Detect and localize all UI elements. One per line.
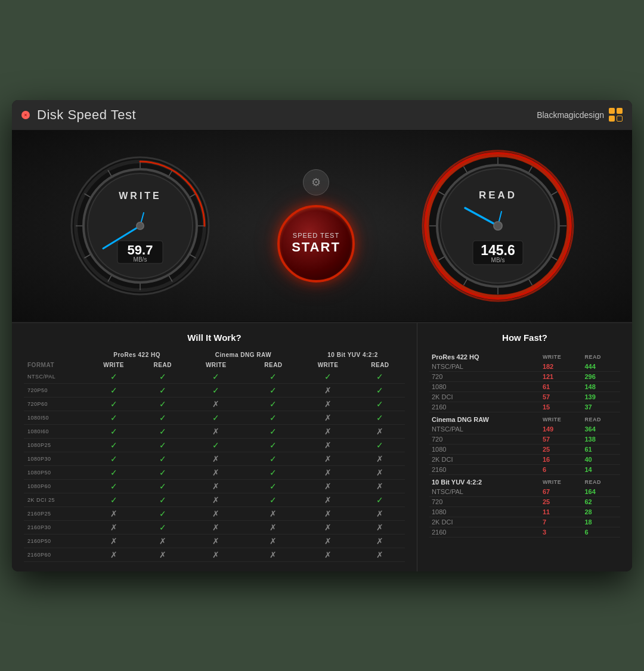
read-value: 62: [582, 496, 620, 507]
cross-icon: ✗: [324, 536, 332, 546]
check-cell: ✓: [246, 397, 301, 411]
svg-text:145.6: 145.6: [481, 243, 515, 258]
table-row: 720p50✓✓✓✓✗✓: [24, 383, 405, 397]
fast-data-row: 2K DCI 7 18: [429, 517, 620, 527]
cross-icon: ✗: [212, 454, 219, 464]
fast-data-row: 2160 15 37: [429, 402, 620, 412]
resolution-label: NTSC/PAL: [429, 487, 540, 497]
check-icon: ✓: [270, 440, 277, 450]
fast-data-row: 2K DCI 57 139: [429, 392, 620, 402]
check-cell: ✗: [355, 520, 405, 534]
fast-data-row: 720 121 296: [429, 371, 620, 381]
check-cell: ✓: [140, 397, 186, 411]
check-icon: ✓: [376, 372, 383, 381]
read-value: 40: [582, 454, 620, 464]
write-gauge-svg: WRITE 59.7 MB/s: [69, 154, 212, 297]
check-cell: ✗: [301, 424, 355, 438]
cross-icon: ✗: [159, 550, 166, 560]
check-cell: ✓: [88, 479, 139, 493]
fast-data-row: 1080 11 28: [429, 507, 620, 517]
cross-icon: ✗: [324, 386, 332, 395]
check-icon: ✓: [376, 440, 383, 450]
dng-read-header: READ: [246, 360, 301, 370]
write-value: 67: [540, 487, 583, 497]
check-cell: ✓: [88, 452, 139, 465]
yuv-read-header: READ: [355, 360, 405, 370]
check-cell: ✓: [140, 411, 186, 424]
close-button[interactable]: ×: [21, 111, 30, 119]
check-cell: ✗: [301, 411, 355, 424]
read-value: 6: [582, 527, 620, 537]
svg-text:MB/s: MB/s: [491, 257, 505, 263]
settings-button[interactable]: ⚙: [303, 169, 329, 195]
cross-icon: ✗: [324, 481, 332, 491]
cross-icon: ✗: [324, 413, 332, 423]
check-cell: ✗: [186, 397, 246, 411]
group-name: Cinema DNG RAW: [429, 412, 540, 424]
cross-icon: ✗: [212, 399, 219, 409]
brand-dot-4: [617, 116, 623, 122]
check-cell: ✗: [301, 383, 355, 397]
write-value: 121: [540, 371, 583, 381]
resolution-label: 2160: [429, 402, 540, 412]
write-gauge: WRITE 59.7 MB/s: [69, 154, 212, 297]
check-cell: ✓: [246, 465, 301, 479]
check-icon: ✓: [110, 468, 117, 477]
fast-data-row: 1080 25 61: [429, 444, 620, 454]
check-icon: ✓: [376, 386, 383, 395]
group-name: ProRes 422 HQ: [429, 350, 540, 362]
write-value: 15: [540, 402, 583, 412]
format-header: [24, 350, 88, 360]
check-icon: ✓: [159, 399, 166, 409]
table-row: 720p60✓✓✗✓✗✓: [24, 397, 405, 411]
check-icon: ✓: [270, 481, 277, 491]
resolution-label: 2K DCI: [429, 392, 540, 402]
speed-test-label: SPEED TEST: [293, 232, 339, 240]
cross-icon: ✗: [376, 523, 383, 532]
cross-icon: ✗: [212, 509, 219, 518]
brand-dot-2: [617, 108, 623, 114]
check-cell: ✓: [88, 465, 139, 479]
brand-dot-1: [609, 108, 615, 114]
cross-icon: ✗: [324, 454, 332, 464]
group-header-row: ProRes 422 HQWRITEREAD: [429, 350, 620, 362]
read-value: 14: [582, 464, 620, 474]
check-icon: ✓: [212, 440, 219, 450]
check-cell: ✗: [186, 534, 246, 548]
check-icon: ✓: [270, 372, 277, 381]
cross-icon: ✗: [376, 550, 383, 560]
prores-header: ProRes 422 HQ: [88, 350, 185, 360]
check-icon: ✓: [110, 454, 117, 464]
read-value: 28: [582, 507, 620, 517]
check-icon: ✓: [110, 427, 117, 436]
group-header-row: 10 Bit YUV 4:2:2WRITEREAD: [429, 474, 620, 487]
read-value: 148: [582, 381, 620, 392]
table-row: 2K DCI 25✓✓✗✓✗✓: [24, 493, 405, 507]
check-cell: ✓: [355, 397, 405, 411]
resolution-label: 2K DCI: [429, 517, 540, 527]
check-icon: ✓: [324, 372, 332, 381]
start-button[interactable]: SPEED TEST START: [277, 205, 355, 282]
check-cell: ✗: [186, 452, 246, 465]
resolution-label: 1080: [429, 507, 540, 517]
check-cell: ✓: [246, 493, 301, 507]
cross-icon: ✗: [110, 509, 117, 518]
check-cell: ✓: [246, 424, 301, 438]
check-cell: ✗: [140, 534, 186, 548]
cross-icon: ✗: [270, 536, 277, 546]
check-cell: ✗: [246, 507, 301, 520]
table-row: 1080p50✓✓✗✓✗✗: [24, 465, 405, 479]
yuv-write-header: WRITE: [301, 360, 355, 370]
check-cell: ✓: [88, 383, 139, 397]
will-it-work-title: Will It Work?: [24, 333, 405, 343]
fast-data-row: NTSC/PAL 182 444: [429, 362, 620, 372]
svg-point-43: [494, 222, 502, 230]
yuv-header: 10 Bit YUV 4:2:2: [301, 350, 405, 360]
check-cell: ✓: [246, 383, 301, 397]
fast-data-row: 1080 61 148: [429, 381, 620, 392]
cross-icon: ✗: [212, 427, 219, 436]
check-cell: ✗: [301, 493, 355, 507]
check-cell: ✓: [140, 452, 186, 465]
check-cell: ✗: [301, 397, 355, 411]
cross-icon: ✗: [159, 536, 166, 546]
